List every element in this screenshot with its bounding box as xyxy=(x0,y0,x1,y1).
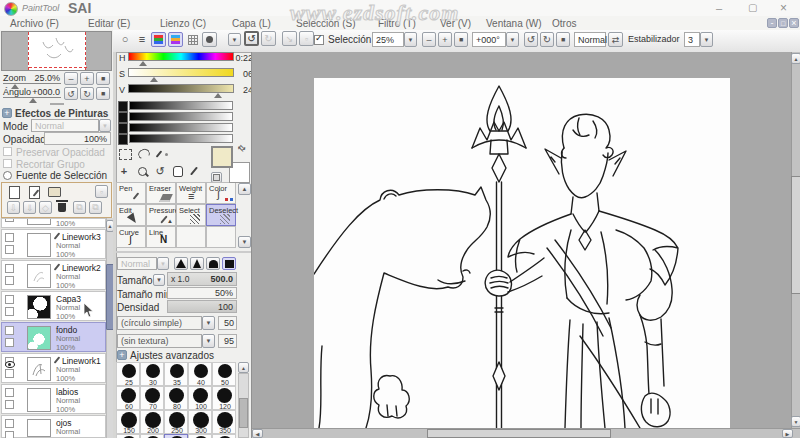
redo-button[interactable]: ↻ xyxy=(261,31,276,46)
eyedropper-tool[interactable] xyxy=(188,164,204,178)
size-preset-25[interactable]: 25 xyxy=(116,362,140,386)
paint-effects-expand-icon[interactable]: + xyxy=(2,108,12,118)
size-preset-200[interactable]: 200 xyxy=(140,410,164,434)
paste-layer-icon[interactable]: ⧉ xyxy=(89,201,102,214)
navigator-zoom-reset-button[interactable]: ■ xyxy=(96,72,110,85)
size-preset-350[interactable]: 350 xyxy=(212,410,236,434)
layer-lock-checkbox[interactable] xyxy=(5,276,14,285)
navigator-zoom-out-button[interactable]: – xyxy=(64,72,78,85)
magic-wand-tool[interactable] xyxy=(155,147,171,161)
size-preset-50[interactable]: 50 xyxy=(212,362,236,386)
gray-swatch-1[interactable] xyxy=(118,101,128,112)
menu-otros[interactable]: Otros xyxy=(552,18,576,29)
brush-blend-dropdown[interactable]: Normal xyxy=(117,257,157,270)
tool-cell-weight[interactable]: Weight≡ xyxy=(176,182,206,204)
flip-canvas-button[interactable]: ↘ xyxy=(282,31,297,46)
layer-thumbnail[interactable] xyxy=(27,264,51,288)
panel-resize-handle[interactable] xyxy=(50,103,64,105)
layer-visibility-checkbox[interactable] xyxy=(5,233,14,242)
mode-dropdown[interactable]: Normal xyxy=(31,119,99,132)
brush-min-size-slider[interactable]: 50% xyxy=(167,287,237,299)
rotate-cw-button[interactable]: ↻ xyxy=(540,32,554,47)
canvas-page[interactable] xyxy=(314,78,730,428)
brush-texture-dropdown-arrow[interactable]: ▼ xyxy=(202,334,215,348)
menu-editar[interactable]: Editar (E) xyxy=(88,18,130,29)
lasso-tool[interactable] xyxy=(136,147,152,161)
layer-visibility-checkbox[interactable] xyxy=(5,357,14,366)
transfer-down-icon[interactable]: ⇩ xyxy=(7,201,20,214)
size-preset-80[interactable]: 80 xyxy=(164,386,188,410)
size-preset-150[interactable]: 150 xyxy=(116,410,140,434)
layer-visibility-checkbox[interactable] xyxy=(5,388,14,397)
menu-ver[interactable]: Ver (V) xyxy=(440,18,471,29)
tool-cell-pen[interactable]: Pen xyxy=(116,182,146,204)
canvas-zoom-dropdown-arrow[interactable]: ▼ xyxy=(404,32,417,47)
layer-row-linework1[interactable]: Linework1 Normal 100% xyxy=(1,353,106,383)
stabilizer-dropdown[interactable]: 3 xyxy=(684,32,700,47)
size-preset-40[interactable]: 40 xyxy=(188,362,212,386)
layer-lock-checkbox[interactable] xyxy=(5,400,14,409)
size-preset-120[interactable]: 120 xyxy=(212,386,236,410)
color-bars-icon[interactable]: ≡ xyxy=(135,32,149,46)
rotate-reset-button[interactable]: ■ xyxy=(556,32,570,47)
brush-size-unit-button[interactable]: ▼ xyxy=(153,274,165,286)
navigator-angle-slider[interactable] xyxy=(3,97,61,98)
canvas-vscroll-down-button[interactable]: ▼ xyxy=(791,416,800,427)
brush-shape-dropdown-arrow[interactable]: ▼ xyxy=(202,316,215,330)
selection-source-radio[interactable] xyxy=(3,171,12,180)
layer-thumbnail[interactable] xyxy=(27,357,51,381)
opacity-slider[interactable]: 100% xyxy=(44,132,111,145)
gray-mixer-1[interactable] xyxy=(129,101,233,110)
clip-group-checkbox[interactable] xyxy=(3,159,12,168)
size-preset-60[interactable]: 60 xyxy=(116,386,140,410)
menu-filtro[interactable]: Filtro (T) xyxy=(378,18,416,29)
mode-dropdown-arrow[interactable]: ▼ xyxy=(99,119,111,132)
swap-color-button[interactable]: ⇄ xyxy=(608,32,623,47)
navigator-rotate-ccw-button[interactable]: ↺ xyxy=(64,87,78,100)
inner-restore-button[interactable]: □ xyxy=(778,18,788,28)
size-preset-300[interactable]: 300 xyxy=(188,410,212,434)
merge-down-icon[interactable]: ⇓ xyxy=(23,201,36,214)
tool-cell-eraser[interactable]: Eraser xyxy=(146,182,176,204)
swap-swatch-arrow-icon[interactable]: ⇄ xyxy=(236,142,248,154)
layer-thumbnail[interactable] xyxy=(27,233,51,257)
rotate-canvas-tool[interactable]: ↺ xyxy=(152,164,168,178)
navigator-page-preview[interactable] xyxy=(28,32,86,70)
tool-cell-empty-1[interactable] xyxy=(176,226,206,248)
layer-visibility-checkbox[interactable] xyxy=(5,419,14,428)
canvas-angle-dropdown-arrow[interactable]: ▼ xyxy=(506,32,519,47)
brush-shape-dropdown[interactable]: (círculo simple) xyxy=(117,316,202,330)
window-minimize-button[interactable]: – xyxy=(716,2,722,14)
layer-lock-checkbox[interactable] xyxy=(5,431,14,438)
brush-density-slider[interactable]: 100 xyxy=(167,300,237,313)
layer-lock-checkbox[interactable] xyxy=(5,369,14,378)
delete-layer-icon[interactable] xyxy=(55,201,68,214)
saturation-slider-marker[interactable] xyxy=(150,77,158,82)
gray-mixer-2[interactable] xyxy=(129,112,233,121)
size-preset-100[interactable]: 100 xyxy=(188,386,212,410)
foreground-color-swatch[interactable] xyxy=(211,146,233,168)
menu-lienzo[interactable]: Lienzo (C) xyxy=(160,18,206,29)
brush-blend-dropdown-arrow[interactable]: ▼ xyxy=(157,257,169,270)
menu-ventana[interactable]: Ventana (W) xyxy=(486,18,542,29)
gray-swatch-4[interactable] xyxy=(118,134,128,145)
brush-texture-strength[interactable]: 95 xyxy=(218,334,237,348)
window-close-button[interactable]: × xyxy=(780,1,787,15)
tool-cell-curve[interactable]: Curve∫ xyxy=(116,226,146,248)
hand-tool[interactable] xyxy=(170,164,186,178)
layer-row-partial[interactable]: 100% xyxy=(1,218,106,228)
layer-row-labios[interactable]: labios Normal 100% xyxy=(1,384,106,414)
swatches-grid-icon[interactable] xyxy=(185,32,200,47)
copy-layer-icon[interactable]: ⧉ xyxy=(73,201,86,214)
value-slider[interactable] xyxy=(128,84,234,93)
stabilizer-dropdown-arrow[interactable]: ▼ xyxy=(700,32,713,47)
canvas-angle-dropdown[interactable]: +000° xyxy=(472,32,506,47)
brush-edge-medium-button[interactable] xyxy=(190,257,204,270)
inner-minimize-button[interactable]: - xyxy=(767,18,777,28)
layer-lock-checkbox[interactable] xyxy=(5,307,14,316)
layer-visibility-checkbox[interactable] xyxy=(5,326,14,335)
zoom-tool[interactable] xyxy=(134,164,150,178)
layer-row-linework2[interactable]: Linework2 Normal 100% xyxy=(1,260,106,290)
color-wheel-icon[interactable]: ○ xyxy=(118,32,132,46)
rotate-ccw-button[interactable]: ↺ xyxy=(524,32,538,47)
